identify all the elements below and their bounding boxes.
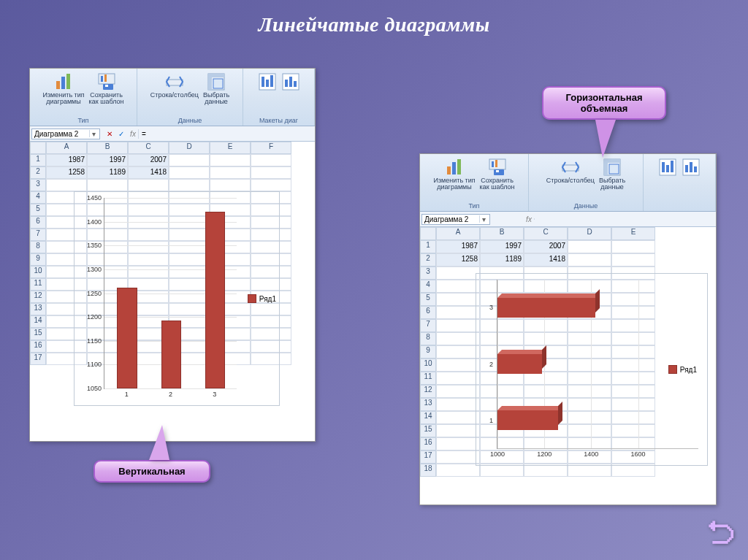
cell[interactable]: 1997	[87, 154, 128, 166]
cell[interactable]	[436, 464, 480, 477]
cell[interactable]	[46, 179, 87, 191]
cell[interactable]: 2007	[128, 154, 169, 166]
switch-rowcol-button[interactable]: Строка/столбец	[546, 157, 595, 185]
cell[interactable]	[436, 411, 480, 424]
formula-input[interactable]	[534, 218, 716, 220]
cell[interactable]	[436, 319, 480, 332]
change-chart-type-button[interactable]: Изменить тип диаграммы	[42, 72, 85, 107]
column-header[interactable]: D	[169, 142, 210, 154]
row-header[interactable]: 17	[420, 450, 436, 464]
cell[interactable]	[436, 372, 480, 385]
cell[interactable]: 1258	[436, 253, 480, 266]
cell[interactable]: 1987	[46, 154, 87, 166]
cell[interactable]	[436, 424, 480, 437]
back-arrow-icon[interactable]: ⮌	[706, 517, 735, 550]
chart-layout-button[interactable]	[681, 157, 701, 177]
cell[interactable]	[210, 166, 251, 179]
row-header[interactable]: 6	[420, 306, 436, 319]
cell[interactable]	[436, 385, 480, 398]
cell[interactable]	[210, 179, 251, 191]
cancel-formula-icon[interactable]: ✕	[104, 130, 115, 138]
column-header[interactable]: A	[436, 227, 480, 240]
select-all-corner[interactable]	[30, 142, 46, 154]
cell[interactable]	[436, 306, 480, 319]
column-header[interactable]: A	[46, 142, 87, 154]
chart-layout-button[interactable]	[657, 157, 678, 177]
embedded-chart-vertical[interactable]: 105011001150120012501300135014001450123 …	[74, 191, 280, 406]
row-header[interactable]: 2	[30, 166, 46, 179]
row-header[interactable]: 7	[30, 229, 46, 241]
fx-icon[interactable]: fx	[128, 130, 138, 138]
row-header[interactable]: 11	[420, 372, 436, 385]
row-header[interactable]: 9	[420, 345, 436, 358]
column-header[interactable]: C	[524, 227, 568, 240]
row-header[interactable]: 8	[30, 241, 46, 253]
row-header[interactable]: 8	[420, 332, 436, 345]
cell[interactable]	[568, 240, 611, 253]
row-header[interactable]: 1	[420, 240, 436, 253]
formula-input[interactable]: =	[138, 129, 315, 139]
row-header[interactable]: 16	[30, 340, 46, 353]
cell[interactable]	[128, 179, 169, 191]
column-header[interactable]: B	[480, 227, 524, 240]
row-header[interactable]: 12	[420, 385, 436, 398]
cell[interactable]	[251, 166, 291, 179]
cell[interactable]	[436, 293, 480, 306]
row-header[interactable]: 6	[30, 216, 46, 229]
cell[interactable]	[169, 179, 210, 191]
cell[interactable]: 2007	[524, 240, 568, 253]
row-header[interactable]: 10	[30, 266, 46, 278]
select-all-corner[interactable]	[420, 227, 436, 240]
column-header[interactable]: E	[210, 142, 251, 154]
cell[interactable]	[210, 154, 251, 166]
select-data-button[interactable]: Выбрать данные	[202, 72, 230, 107]
cell[interactable]: 1418	[128, 166, 169, 179]
fx-icon[interactable]: fx	[524, 215, 534, 223]
cell[interactable]	[436, 280, 480, 293]
switch-rowcol-button[interactable]: Строка/столбец	[150, 72, 199, 99]
cell[interactable]	[436, 345, 480, 358]
chart-layout-button[interactable]	[257, 72, 278, 92]
row-header[interactable]: 14	[420, 411, 436, 424]
cell[interactable]: 1987	[436, 240, 480, 253]
save-template-button[interactable]: Сохранить как шаблон	[479, 157, 516, 192]
column-header[interactable]: B	[87, 142, 128, 154]
cell[interactable]	[169, 154, 210, 166]
name-box[interactable]: Диаграмма 2▾	[421, 214, 490, 225]
save-template-button[interactable]: Сохранить как шаблон	[88, 72, 125, 107]
name-box[interactable]: Диаграмма 2▾	[31, 129, 100, 139]
cell[interactable]: 1418	[524, 253, 568, 266]
cell[interactable]: 1258	[46, 166, 87, 179]
row-header[interactable]: 5	[420, 293, 436, 306]
row-header[interactable]: 13	[420, 398, 436, 411]
column-header[interactable]: C	[128, 142, 169, 154]
cell[interactable]	[611, 253, 655, 266]
column-header[interactable]: F	[251, 142, 291, 154]
row-header[interactable]: 4	[30, 191, 46, 204]
row-header[interactable]: 15	[30, 328, 46, 340]
row-header[interactable]: 5	[30, 204, 46, 216]
change-chart-type-button[interactable]: Изменить тип диаграммы	[432, 157, 476, 192]
row-header[interactable]: 11	[30, 278, 46, 291]
row-header[interactable]: 16	[420, 437, 436, 450]
cell[interactable]	[251, 154, 291, 166]
cell[interactable]	[436, 437, 480, 450]
column-header[interactable]: D	[568, 227, 611, 240]
cell[interactable]	[169, 166, 210, 179]
row-header[interactable]: 13	[30, 303, 46, 315]
cell[interactable]	[436, 266, 480, 280]
column-header[interactable]: E	[611, 227, 655, 240]
chart-layout-button[interactable]	[280, 72, 301, 92]
row-header[interactable]: 2	[420, 253, 436, 266]
row-header[interactable]: 7	[420, 319, 436, 332]
cell[interactable]	[436, 450, 480, 464]
cell[interactable]	[87, 179, 128, 191]
row-header[interactable]: 10	[420, 358, 436, 372]
row-header[interactable]: 3	[30, 179, 46, 191]
embedded-chart-horizontal-3d[interactable]: 1000120014001600123 Ряд1	[476, 273, 708, 466]
row-header[interactable]: 15	[420, 424, 436, 437]
row-header[interactable]: 18	[420, 464, 436, 477]
row-header[interactable]: 14	[30, 315, 46, 328]
cell[interactable]	[436, 332, 480, 345]
row-header[interactable]: 4	[420, 280, 436, 293]
